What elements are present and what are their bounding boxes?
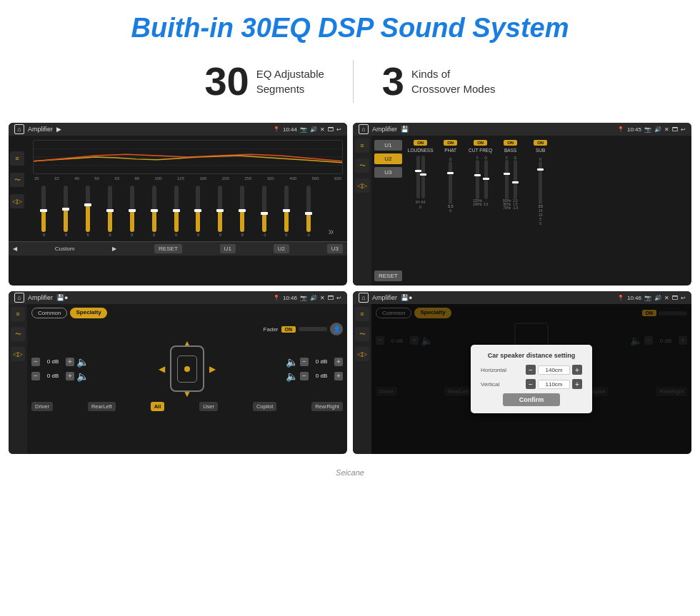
right-speaker-controls: 🔈 − 0 dB + 🔈 − 0 dB + [286, 356, 343, 382]
eq-slider-13[interactable]: -1 [306, 186, 311, 237]
eq-slider-2[interactable]: 0 [64, 186, 68, 237]
cutfreq-col: ON CUT FREQ F 120Hz 100Hz G [468, 140, 494, 281]
eq-freq-labels: 253240506380 100125160200250320 40050063… [33, 176, 343, 181]
common-tab-3[interactable]: Common [31, 308, 67, 318]
home-icon-3[interactable] [14, 293, 24, 303]
copilot-btn-3[interactable]: Copilot [253, 402, 276, 411]
vol3-plus[interactable]: + [334, 358, 343, 366]
home-icon-1[interactable] [14, 124, 24, 134]
cutfreq-on[interactable]: ON [474, 140, 487, 146]
confirm-button[interactable]: Confirm [503, 393, 560, 406]
vol2-plus[interactable]: + [66, 372, 74, 380]
speaker-icon-3: 🔈 [286, 356, 298, 368]
time-3: 10:46 [283, 295, 297, 301]
user-btn-3[interactable]: User [199, 402, 218, 411]
back-icon-1: ↩ [336, 126, 341, 133]
specialty-tab-3[interactable]: Specialty [70, 308, 106, 318]
screen4-main: Common Specialty ON − 0 dB + [371, 304, 691, 454]
rearleft-btn-3[interactable]: RearLeft [88, 402, 116, 411]
home-icon-2[interactable] [359, 124, 369, 134]
phat-label: PHAT [444, 148, 456, 153]
u3-button-2[interactable]: U3 [374, 167, 402, 178]
eq-slider-11[interactable]: -1 [262, 186, 266, 237]
minimize-icon-1: 🗖 [328, 126, 334, 133]
rearright-btn-3[interactable]: RearRight [311, 402, 343, 411]
sub-on[interactable]: ON [534, 140, 547, 146]
vol1-plus[interactable]: + [66, 358, 74, 366]
status-bar-4: Amplifier 💾● 📍 10:46 📷 🔊 ✕ 🗖 ↩ [353, 291, 691, 304]
screens-grid: Amplifier ▶ 📍 10:44 📷 🔊 ✕ 🗖 ↩ ≡ 〜 ◁▷ [0, 117, 700, 465]
horizontal-plus[interactable]: + [572, 365, 582, 375]
eq-slider-4[interactable]: 0 [108, 186, 112, 237]
horizontal-control: − 140cm + [526, 365, 582, 375]
eq-icon-3[interactable]: ≡ [11, 307, 25, 321]
vol-icon-3[interactable]: ◁▷ [11, 347, 25, 361]
eq-slider-5[interactable]: 0 [130, 186, 134, 237]
volume-icon-3: 🔊 [310, 295, 317, 301]
dialog-title: Car speaker distance setting [481, 352, 582, 359]
eq-icon-4[interactable]: ≡ [355, 307, 369, 321]
bass-on[interactable]: ON [504, 140, 517, 146]
eq-icon-2[interactable]: ≡ [355, 138, 369, 153]
vol4-plus[interactable]: + [334, 372, 343, 380]
vol1-minus[interactable]: − [31, 358, 40, 366]
arrow-right[interactable]: ▶ [209, 364, 216, 374]
sub-col: ON SUB G 20 15 10 5 0 [528, 140, 554, 281]
loudness-on[interactable]: ON [414, 140, 427, 146]
eq-slider-10[interactable]: 0 [240, 186, 244, 237]
phat-on[interactable]: ON [444, 140, 457, 146]
u2-button-2[interactable]: U2 [374, 153, 402, 164]
close-icon-3: ✕ [320, 295, 325, 301]
eq-sliders: 0 0 5 [33, 181, 343, 238]
vol-icon-1[interactable]: ◁▷ [10, 194, 24, 208]
arrow-left[interactable]: ◀ [159, 364, 165, 374]
wave-icon-3[interactable]: 〜 [11, 327, 25, 341]
eq-slider-8[interactable]: 0 [196, 186, 200, 237]
eq-icon-1[interactable]: ≡ [10, 151, 24, 166]
volume-icon-2: 🔊 [654, 126, 661, 133]
vol-icon-4[interactable]: ◁▷ [355, 347, 369, 361]
reset-button-2[interactable]: RESET [374, 271, 402, 281]
u1-button-1[interactable]: U1 [220, 244, 236, 253]
car-center-dot [184, 366, 190, 372]
amplifier-label-4: Amplifier [372, 294, 397, 301]
wave-icon-2[interactable]: 〜 [355, 158, 369, 173]
vol3-minus[interactable]: − [300, 358, 309, 366]
screen-distance: Amplifier 💾● 📍 10:46 📷 🔊 ✕ 🗖 ↩ ≡ 〜 ◁▷ [353, 291, 691, 454]
eq-slider-12[interactable]: 0 [284, 186, 289, 237]
fader-on-3[interactable]: ON [281, 326, 296, 333]
status-bar-2: Amplifier 💾 📍 10:45 📷 🔊 ✕ 🗖 ↩ [353, 123, 691, 136]
driver-btn-3[interactable]: Driver [31, 402, 53, 411]
icons-3: 💾● [56, 294, 68, 301]
vertical-minus[interactable]: − [526, 379, 536, 389]
camera-icon-4: 📷 [644, 295, 651, 301]
all-btn-3[interactable]: All [151, 402, 165, 411]
eq-slider-6[interactable]: 0 [152, 186, 156, 237]
eq-slider-3[interactable]: 5 [86, 186, 90, 237]
minimize-icon-3: 🗖 [328, 295, 334, 301]
u1-button-2[interactable]: U1 [374, 140, 402, 151]
vol4-minus[interactable]: − [300, 372, 309, 380]
vol-icon-2[interactable]: ◁▷ [355, 178, 369, 193]
speaker-icon-1: 🔈 [76, 356, 89, 368]
eq-bottom-bar: ◀ Custom ▶ RESET U1 U2 U3 [9, 241, 347, 256]
vol2-minus[interactable]: − [31, 372, 40, 380]
stat-crossover-label: Kinds ofCrossover Modes [411, 66, 496, 96]
eq-slider-9[interactable]: 0 [218, 186, 222, 237]
fader-slider-3[interactable] [299, 327, 327, 331]
wave-icon-4[interactable]: 〜 [355, 327, 369, 341]
horizontal-minus[interactable]: − [526, 365, 536, 375]
home-icon-4[interactable] [359, 293, 369, 303]
eq-slider-7[interactable]: 0 [174, 186, 179, 237]
wave-icon-1[interactable]: 〜 [10, 173, 24, 187]
back-arrow[interactable]: ◀ [13, 246, 17, 252]
eq-slider-1[interactable]: 0 [41, 186, 46, 237]
vertical-plus[interactable]: + [572, 379, 582, 389]
forward-arrow[interactable]: ▶ [112, 246, 116, 252]
u2-button-1[interactable]: U2 [274, 244, 289, 253]
reset-button-1[interactable]: RESET [154, 244, 182, 253]
play-icon-1: ▶ [56, 126, 61, 133]
u3-button-1[interactable]: U3 [327, 244, 343, 253]
distance-dialog: Car speaker distance setting Horizontal … [471, 345, 592, 413]
time-4: 10:46 [627, 295, 641, 301]
